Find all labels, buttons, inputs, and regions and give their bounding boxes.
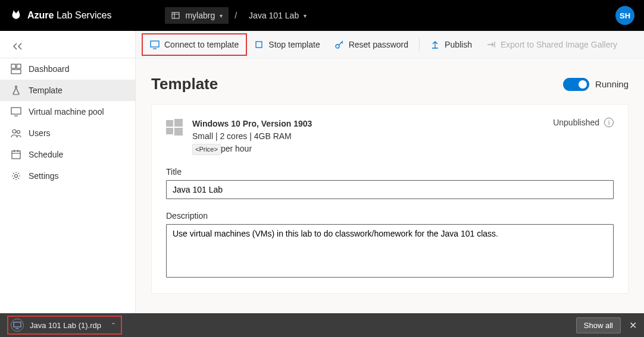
template-card: Windows 10 Pro, Version 1903 Small | 2 c… (151, 104, 629, 294)
download-item[interactable]: Java 101 Lab (1).rdp ⌃ (7, 316, 122, 335)
sidebar-item-settings[interactable]: Settings (0, 165, 135, 187)
sidebar-item-template[interactable]: Template (0, 80, 135, 101)
top-header: Azure Lab Services mylabrg ▾ / Java 101 … (0, 0, 644, 31)
price-suffix: per hour (221, 144, 252, 153)
toolbar-label: Connect to template (164, 40, 239, 49)
os-name: Windows 10 Pro, Version 1903 (192, 118, 312, 130)
svg-rect-15 (174, 128, 183, 136)
breadcrumb-rg-label: mylabrg (185, 11, 215, 20)
chevron-down-icon: ▾ (220, 12, 223, 19)
info-icon[interactable]: i (604, 118, 614, 127)
sidebar-item-label: Virtual machine pool (29, 107, 104, 116)
monitor-icon (11, 106, 21, 117)
publish-button[interactable]: Publish (423, 36, 479, 53)
azure-labs-logo-icon (10, 9, 23, 22)
sidebar-item-label: Settings (29, 171, 59, 181)
svg-rect-2 (17, 64, 21, 68)
downloads-bar: Java 101 Lab (1).rdp ⌃ Show all ✕ (0, 313, 644, 337)
sidebar-item-vm-pool[interactable]: Virtual machine pool (0, 101, 135, 122)
running-status-group: Running (563, 78, 629, 91)
windows-logo-icon (166, 119, 183, 136)
publish-status-label: Unpublished (553, 118, 599, 127)
price-badge: <Price> (192, 144, 221, 155)
size-line: Small | 2 cores | 4GB RAM (192, 130, 312, 143)
svg-rect-1 (11, 64, 15, 68)
rdp-file-icon (11, 319, 24, 332)
export-icon (486, 40, 496, 49)
breadcrumb-bar: mylabrg ▾ / Java 101 Lab ▾ (165, 7, 312, 24)
annotation-box: Connect to template (142, 33, 247, 56)
flask-icon (11, 85, 21, 96)
resource-group-icon (171, 11, 180, 20)
description-label: Description (166, 211, 614, 221)
content-area: Template Running Windows 10 Pro, Version… (136, 58, 644, 313)
key-icon (334, 40, 344, 49)
svg-rect-4 (11, 108, 21, 114)
svg-rect-12 (166, 120, 173, 127)
sidebar-item-label: Dashboard (29, 64, 70, 74)
collapse-sidebar-button[interactable] (0, 34, 135, 58)
sidebar-item-label: Template (29, 86, 62, 95)
svg-rect-3 (11, 70, 21, 74)
toolbar-separator (419, 38, 420, 51)
description-textarea[interactable] (166, 224, 614, 278)
breadcrumb-separator: / (235, 11, 237, 20)
download-filename: Java 101 Lab (1).rdp (30, 321, 101, 330)
connect-template-button[interactable]: Connect to template (143, 36, 246, 53)
publish-status: Unpublished i (553, 118, 614, 127)
spec-text: Windows 10 Pro, Version 1903 Small | 2 c… (192, 118, 312, 155)
running-label: Running (595, 79, 629, 89)
brand: Azure Lab Services (10, 9, 111, 22)
show-all-button[interactable]: Show all (576, 317, 621, 333)
reset-password-button[interactable]: Reset password (327, 36, 415, 53)
users-icon (11, 128, 21, 138)
sidebar-item-schedule[interactable]: Schedule (0, 144, 135, 165)
title-label: Title (166, 167, 614, 177)
command-bar: Connect to template Stop template Reset … (136, 31, 644, 58)
connect-icon (150, 40, 160, 49)
brand-bold: Azure (27, 10, 54, 20)
svg-point-8 (15, 175, 18, 178)
close-downloads-button[interactable]: ✕ (629, 320, 637, 331)
svg-rect-9 (151, 41, 159, 47)
user-avatar[interactable]: SH (615, 6, 634, 25)
export-gallery-button: Export to Shared Image Gallery (479, 36, 624, 53)
sidebar-item-users[interactable]: Users (0, 122, 135, 144)
toolbar-label: Export to Shared Image Gallery (501, 40, 617, 49)
sidebar: Dashboard Template Virtual machine pool … (0, 31, 136, 313)
sidebar-item-label: Users (29, 128, 51, 138)
svg-rect-10 (256, 42, 262, 48)
stop-icon (254, 40, 264, 49)
title-input[interactable] (166, 180, 614, 199)
running-toggle[interactable] (563, 78, 589, 91)
sidebar-item-dashboard[interactable]: Dashboard (0, 58, 135, 80)
svg-rect-0 (172, 12, 179, 18)
svg-rect-13 (174, 119, 183, 127)
toolbar-label: Stop template (268, 40, 320, 49)
svg-rect-14 (166, 128, 173, 134)
breadcrumb-lab-label: Java 101 Lab (249, 11, 299, 20)
chevron-down-icon: ▾ (304, 12, 307, 19)
toolbar-label: Publish (445, 40, 472, 49)
svg-rect-7 (12, 151, 20, 159)
stop-template-button[interactable]: Stop template (247, 36, 327, 53)
dashboard-icon (11, 64, 21, 74)
sidebar-item-label: Schedule (29, 150, 63, 159)
breadcrumb-resource-group[interactable]: mylabrg ▾ (165, 7, 229, 24)
breadcrumb-lab[interactable]: Java 101 Lab ▾ (243, 7, 312, 24)
svg-point-5 (12, 130, 16, 133)
brand-rest: Lab Services (57, 10, 112, 20)
svg-rect-16 (14, 322, 21, 327)
collapse-icon (12, 42, 24, 51)
publish-icon (430, 40, 440, 49)
chevron-up-icon: ⌃ (111, 322, 116, 329)
page-title: Template (151, 75, 218, 93)
toolbar-label: Reset password (349, 40, 408, 49)
calendar-icon (11, 149, 21, 160)
gear-icon (11, 171, 21, 181)
svg-point-6 (17, 131, 20, 134)
